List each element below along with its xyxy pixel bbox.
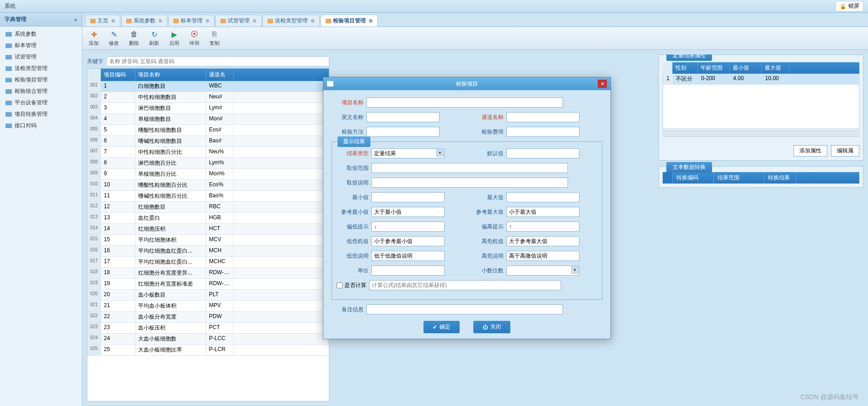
table-row[interactable]: 0044单核细胞数目Mon# — [87, 114, 329, 125]
test-method-input[interactable] — [366, 127, 439, 137]
启用-button[interactable]: ▶启用 — [167, 29, 181, 48]
max-val-input[interactable] — [506, 192, 579, 202]
修改-button[interactable]: ✎修改 — [107, 29, 121, 48]
sidebar-item[interactable]: 系统参数 — [0, 28, 82, 40]
remark-input[interactable] — [366, 304, 563, 314]
table-row[interactable]: 02525大血小板细胞比率P-LCR — [87, 345, 329, 356]
table-row[interactable]: 0099单核细胞百分比Mon% — [87, 169, 329, 180]
close-icon[interactable]: ⊗ — [252, 18, 257, 24]
sidebar-collapse-icon[interactable]: « — [74, 16, 77, 23]
high-risk-input[interactable] — [506, 236, 579, 246]
table-row[interactable]: 0033淋巴细胞数目Lym# — [87, 103, 329, 114]
tab[interactable]: 检验项目管理⊗ — [321, 15, 378, 27]
table-row[interactable]: 01616平均红细胞血红蛋白...MCH — [87, 246, 329, 257]
tab[interactable]: 系统参数⊗ — [121, 15, 167, 27]
tool-icon: ⎘ — [210, 30, 219, 39]
close-icon[interactable]: ⊗ — [158, 18, 162, 24]
table-row[interactable]: 01919红细胞分布宽度标准差RDW-SD — [87, 279, 329, 290]
english-name-input[interactable] — [366, 112, 439, 122]
table-row[interactable]: 01818红细胞分布宽度变异...RDW-CV — [87, 268, 329, 279]
close-icon[interactable]: ⊗ — [205, 18, 209, 24]
high-desc-input[interactable] — [506, 251, 579, 261]
close-icon[interactable]: ⊗ — [369, 18, 373, 24]
add-prop-button[interactable]: 添加属性 — [793, 145, 827, 157]
search-input[interactable] — [106, 56, 329, 66]
min-val-input[interactable] — [371, 192, 445, 202]
is-calc-checkbox[interactable] — [337, 282, 343, 288]
table-row[interactable]: 01111嗜碱性粒细胞百分比Bas% — [87, 191, 329, 202]
删除-button[interactable]: 🗑删除 — [127, 29, 141, 48]
sidebar-item[interactable]: 试管管理 — [0, 51, 82, 63]
close-icon[interactable]: ⊗ — [311, 18, 315, 24]
chevron-down-icon[interactable]: ▼ — [436, 149, 444, 157]
table-row[interactable]: 01212红细胞数目RBC — [87, 202, 329, 213]
unit-input[interactable] — [371, 265, 445, 276]
停用-button[interactable]: ⦿停用 — [188, 29, 201, 48]
topbar: 系统 🔒 锁屏 — [0, 0, 868, 13]
chevron-down-icon[interactable]: ▼ — [571, 266, 579, 274]
result-type-select[interactable] — [371, 148, 445, 158]
low-tip-input[interactable] — [371, 222, 445, 232]
project-name-input[interactable] — [366, 97, 563, 108]
刷新-button[interactable]: ↻刷新 — [147, 29, 161, 48]
test-fee-input[interactable] — [506, 127, 579, 137]
table-row[interactable]: 02222血小板分布宽度PDW — [87, 312, 329, 323]
table-row[interactable]: 01414红细胞压积HCT — [87, 224, 329, 235]
table-row[interactable]: 02323血小板压积PCT — [87, 323, 329, 334]
table-row[interactable]: 0077中性粒细胞百分比Neu% — [87, 147, 329, 158]
table-row[interactable]: 01717平均红细胞血红蛋白...MCHC — [87, 257, 329, 268]
ref-min-input[interactable] — [371, 207, 445, 217]
lock-screen[interactable]: 🔒 锁屏 — [836, 1, 863, 11]
sidebar-item[interactable]: 送检类型管理 — [0, 63, 82, 74]
table-row[interactable]: 02121平均血小板体积MPV — [87, 301, 329, 312]
value-range-input[interactable] — [371, 163, 568, 173]
table-row[interactable]: 0011白细胞数目WBC — [87, 81, 329, 92]
table-row[interactable]: 02020血小板数目PLT — [87, 290, 329, 301]
ok-button[interactable]: ✔确定 — [423, 321, 460, 333]
prop-row[interactable]: 1 不区分 0-200 4.00 10.00 — [663, 74, 859, 85]
table-row[interactable]: 0055嗜酸性粒细胞数目Eos# — [87, 125, 329, 136]
tab[interactable]: 标本管理⊗ — [168, 15, 214, 27]
decimals-select[interactable] — [506, 265, 579, 276]
channel-name-input[interactable] — [506, 112, 579, 122]
sidebar-header: 字典管理 « — [0, 13, 82, 27]
添加-button[interactable]: ✚添加 — [87, 29, 101, 48]
sidebar-item[interactable]: 项目转换管理 — [0, 108, 82, 120]
high-tip-input[interactable] — [506, 222, 579, 232]
tab[interactable]: 主页⊗ — [85, 15, 120, 27]
menu-system[interactable]: 系统 — [5, 2, 16, 10]
folder-icon — [5, 112, 12, 117]
edit-prop-button[interactable]: 编辑属 — [831, 145, 859, 157]
table-row[interactable]: 0022中性粒细胞数目Neu# — [87, 92, 329, 103]
tab[interactable]: 试管管理⊗ — [215, 15, 262, 27]
table-row[interactable]: 01010嗜酸性粒细胞百分比Eos% — [87, 180, 329, 191]
table-row[interactable]: 0066嗜碱性粒细胞数目Bas# — [87, 136, 329, 147]
close-icon[interactable]: ⊗ — [111, 18, 115, 24]
folder-icon — [268, 19, 273, 23]
table-row[interactable]: 02424大血小板细胞数P-LCC — [87, 334, 329, 345]
low-desc-input[interactable] — [371, 251, 445, 261]
sidebar-item[interactable]: 平台设备管理 — [0, 97, 82, 108]
table-row[interactable]: 01515平均红细胞体积MCV — [87, 235, 329, 246]
sidebar-item[interactable]: 检验项目管理 — [0, 74, 82, 86]
table-row[interactable]: 01313血红蛋白HGB — [87, 213, 329, 224]
sidebar-item[interactable]: 检验组合管理 — [0, 86, 82, 97]
result-group: 显示结果 结果类型 ▼ 默认值 取值范围 取值说明 最小值 最大值 参考最小 — [332, 141, 602, 300]
tool-icon: ✎ — [109, 30, 118, 39]
复制-button[interactable]: ⎘复制 — [208, 29, 221, 48]
table-row[interactable]: 0088淋巴细胞百分比Lym% — [87, 158, 329, 169]
close-icon[interactable]: ✕ — [598, 80, 607, 88]
text-conv-panel: 文本数据转换 转换编码 结果范围 转换结果 — [659, 166, 863, 188]
sidebar-item[interactable]: 标本管理 — [0, 40, 82, 51]
ref-max-input[interactable] — [506, 207, 579, 217]
value-desc-input[interactable] — [371, 178, 568, 188]
tab[interactable]: 送检类型管理⊗ — [263, 15, 320, 27]
default-val-input[interactable] — [506, 148, 579, 158]
calc-formula-input[interactable] — [369, 280, 561, 290]
prop-scrollbar[interactable] — [663, 130, 859, 137]
dialog-titlebar[interactable]: 检验项目 ✕ — [323, 77, 611, 90]
sidebar-item[interactable]: 接口对码 — [0, 120, 82, 131]
cancel-button[interactable]: ⏻关闭 — [473, 321, 510, 333]
low-risk-input[interactable] — [371, 236, 445, 246]
search-row: 关键字 — [87, 54, 329, 68]
